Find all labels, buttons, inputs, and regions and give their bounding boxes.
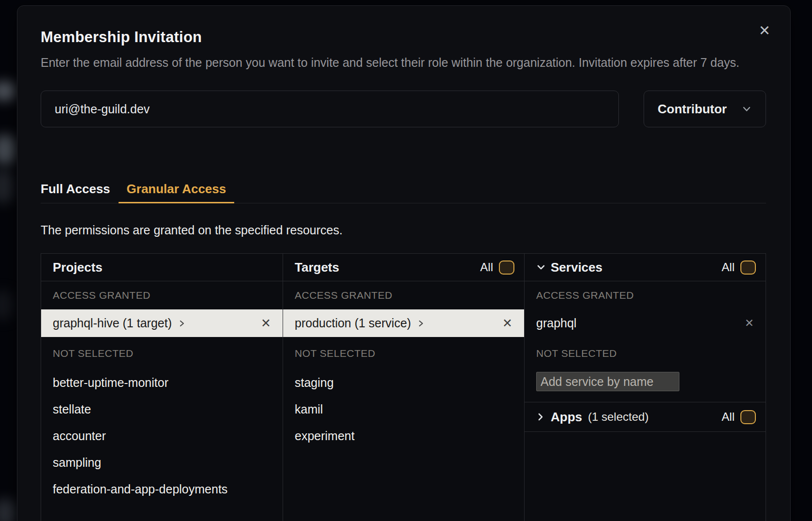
backdrop-glow	[0, 169, 14, 203]
services-all-group: All	[722, 260, 756, 275]
backdrop-glow	[0, 499, 16, 521]
project-item[interactable]: stellate	[41, 396, 283, 423]
projects-column-header: Projects	[41, 254, 283, 281]
services-column-header[interactable]: Services All	[525, 254, 766, 281]
remove-project-icon[interactable]: ✕	[261, 316, 271, 330]
apps-all-label: All	[722, 410, 735, 424]
apps-label: Apps	[551, 410, 582, 425]
projects-column-title: Projects	[53, 260, 103, 275]
targets-column-header: Targets All	[283, 254, 524, 281]
services-column: Services All ACCESS GRANTED graphql ✕ NO…	[524, 254, 766, 521]
selected-target-row[interactable]: production (1 service) ✕	[283, 309, 524, 337]
project-item[interactable]: sampling	[41, 449, 283, 476]
services-panel: ACCESS GRANTED graphql ✕ NOT SELECTED	[525, 281, 766, 402]
services-all-label: All	[722, 260, 735, 274]
chevron-right-icon	[179, 320, 185, 327]
invite-row: Contributor	[41, 91, 766, 127]
project-item[interactable]: accounter	[41, 423, 283, 449]
chevron-down-icon	[536, 262, 546, 272]
targets-column: Targets All ACCESS GRANTED production (1…	[283, 254, 524, 521]
selected-target-label: production (1 service)	[295, 316, 411, 330]
selected-service-row[interactable]: graphql ✕	[525, 309, 766, 337]
targets-access-granted-label: ACCESS GRANTED	[283, 281, 524, 309]
targets-not-selected-label: NOT SELECTED	[283, 337, 524, 369]
target-item[interactable]: experiment	[283, 423, 524, 449]
backdrop-glow	[0, 135, 16, 165]
target-item[interactable]: staging	[283, 369, 524, 396]
role-selected-value: Contributor	[658, 102, 727, 117]
project-item[interactable]: better-uptime-monitor	[41, 369, 283, 396]
apps-selected-count: (1 selected)	[588, 410, 648, 424]
close-icon: ✕	[759, 23, 770, 38]
permissions-table: Projects ACCESS GRANTED graphql-hive (1 …	[41, 253, 766, 521]
email-input[interactable]	[41, 91, 619, 127]
dialog-description: Enter the email address of the person yo…	[41, 54, 766, 71]
apps-all-group: All	[722, 410, 756, 424]
target-item[interactable]: kamil	[283, 396, 524, 423]
backdrop-glow	[0, 291, 14, 320]
projects-access-granted-label: ACCESS GRANTED	[41, 281, 283, 309]
projects-not-selected-label: NOT SELECTED	[41, 337, 283, 369]
tab-granular-access[interactable]: Granular Access	[119, 182, 235, 203]
project-item[interactable]: federation-and-app-deployments	[41, 476, 283, 503]
apps-all-checkbox[interactable]	[740, 410, 756, 424]
dialog-title: Membership Invitation	[41, 29, 766, 46]
access-tabs: Full Access Granular Access	[41, 182, 766, 203]
add-service-input[interactable]	[536, 372, 679, 391]
membership-invitation-dialog: ✕ Membership Invitation Enter the email …	[17, 5, 791, 521]
chevron-down-icon	[741, 104, 752, 114]
chevron-right-icon	[536, 413, 545, 421]
services-column-title: Services	[551, 260, 602, 275]
role-select[interactable]: Contributor	[644, 91, 766, 127]
selected-project-label: graphql-hive (1 target)	[53, 316, 172, 330]
selected-service-label: graphql	[536, 316, 576, 330]
remove-target-icon[interactable]: ✕	[502, 316, 512, 330]
services-not-selected-label: NOT SELECTED	[525, 337, 766, 369]
targets-all-label: All	[480, 260, 493, 274]
backdrop-glow	[0, 81, 16, 101]
close-button[interactable]: ✕	[756, 22, 773, 39]
services-all-checkbox[interactable]	[740, 260, 756, 275]
selected-project-row[interactable]: graphql-hive (1 target) ✕	[41, 309, 283, 337]
targets-all-group: All	[480, 260, 514, 275]
permissions-note: The permissions are granted on the speci…	[41, 223, 766, 237]
apps-row[interactable]: Apps (1 selected) All	[525, 402, 766, 432]
chevron-right-icon	[418, 320, 424, 327]
services-access-granted-label: ACCESS GRANTED	[525, 281, 766, 309]
remove-service-icon[interactable]: ✕	[745, 317, 754, 330]
targets-all-checkbox[interactable]	[499, 260, 514, 275]
tab-full-access[interactable]: Full Access	[41, 182, 119, 203]
targets-column-title: Targets	[295, 260, 339, 275]
projects-column: Projects ACCESS GRANTED graphql-hive (1 …	[41, 254, 283, 521]
